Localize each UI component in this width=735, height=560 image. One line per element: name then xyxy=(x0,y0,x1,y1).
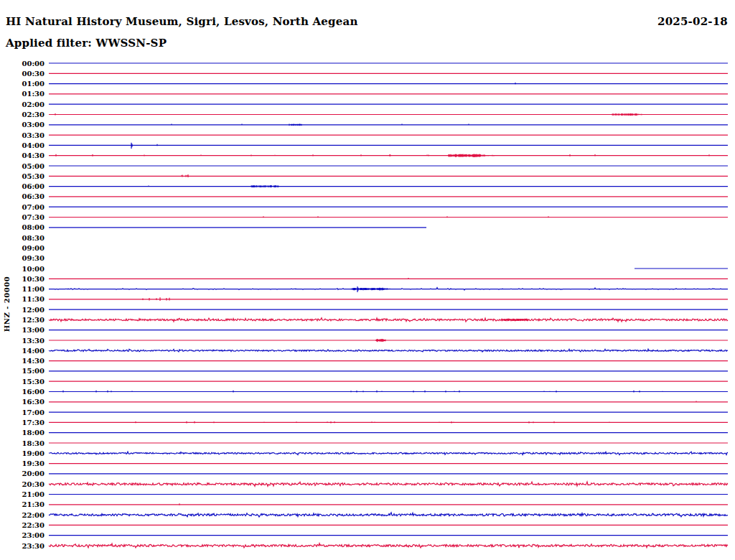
seismic-trace-row xyxy=(49,278,728,279)
seismic-trace-row xyxy=(49,543,728,548)
seismic-trace-row xyxy=(49,482,728,486)
seismic-trace-row xyxy=(49,174,728,177)
seismic-trace-row xyxy=(49,216,728,218)
seismic-trace-row xyxy=(49,154,728,157)
seismic-trace-row xyxy=(49,113,728,116)
seismic-trace-row xyxy=(49,503,728,505)
seismic-trace-row xyxy=(49,513,728,517)
seismic-trace-row xyxy=(49,349,728,352)
seismic-trace-row xyxy=(49,123,728,126)
seismic-trace-row xyxy=(49,185,728,187)
seismic-trace-row xyxy=(49,143,728,149)
seismic-trace-row xyxy=(49,391,728,393)
seismic-trace-row xyxy=(49,297,728,301)
helicorder-page: HI Natural History Museum, Sigri, Lesvos… xyxy=(0,0,735,560)
seismic-trace-row xyxy=(49,339,728,342)
seismic-trace-row xyxy=(49,318,728,322)
seismic-trace-row xyxy=(49,421,728,424)
seismic-trace-row xyxy=(49,83,728,84)
helicorder-canvas xyxy=(0,0,735,560)
seismic-trace-row xyxy=(49,401,728,403)
seismic-trace-row xyxy=(49,286,728,292)
seismic-trace-row xyxy=(49,452,728,454)
